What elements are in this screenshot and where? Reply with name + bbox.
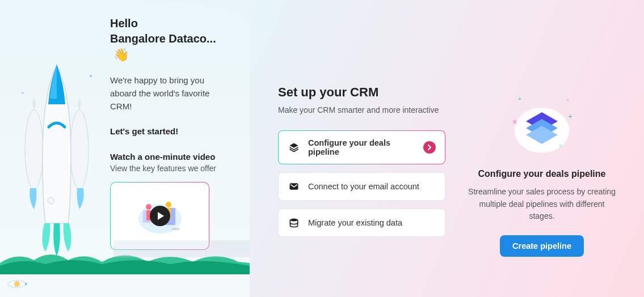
svg-point-1 [70,110,89,189]
detail-description: Streamline your sales process by creatin… [468,186,616,223]
intro-text: We're happy to bring you aboard the worl… [110,74,233,113]
setup-title: Set up your CRM [278,85,445,100]
detail-title: Configure your deals pipeline [468,169,616,179]
decoration-atom-icon [6,275,28,292]
intro-video-card[interactable]: CRM [110,182,209,250]
option-label: Configure your deals pipeline [308,138,415,156]
setup-options-list: Configure your deals pipeline Connect to… [278,130,445,237]
svg-point-8 [146,204,151,210]
svg-point-3 [90,75,92,77]
mail-icon [288,180,300,193]
svg-text:○: ○ [559,142,562,148]
svg-text:+: + [518,96,521,102]
greeting-line2: Bangalore Dataco... [110,32,216,45]
option-configure-pipeline[interactable]: Configure your deals pipeline [278,130,445,164]
setup-subtitle: Make your CRM smarter and more interacti… [278,105,445,114]
database-icon [288,217,300,229]
rocket-illustration [17,14,96,257]
layers-illustration: × + ○ ○ + [502,91,582,159]
option-connect-email[interactable]: Connect to your email account [278,172,445,201]
greeting: Hello Bangalore Dataco... 👋 [110,16,233,63]
chevron-right-icon [423,141,436,154]
svg-text:+: + [568,112,573,121]
svg-point-15 [290,219,297,222]
play-icon [150,206,170,226]
svg-point-2 [48,197,54,204]
greeting-line1: Hello [110,16,233,31]
svg-point-4 [22,92,24,94]
setup-panel: Set up your CRM Make your CRM smarter an… [250,0,644,297]
option-label: Migrate your existing data [308,218,436,227]
svg-point-23 [14,281,20,287]
get-started-heading: Let's get started! [110,126,233,136]
svg-point-0 [25,110,43,189]
option-migrate-data[interactable]: Migrate your existing data [278,209,445,237]
option-detail-panel: × + ○ ○ + Configure your deals pipeline … [468,85,616,257]
wave-icon: 👋 [113,46,129,63]
svg-point-24 [25,283,27,285]
svg-text:CRM: CRM [171,227,179,231]
svg-text:○: ○ [566,97,569,103]
svg-text:×: × [512,117,517,126]
watch-video-heading: Watch a one-minute video [110,152,233,162]
option-label: Connect to your email account [308,182,436,191]
create-pipeline-button[interactable]: Create pipeline [500,235,584,257]
svg-point-10 [166,202,171,207]
welcome-panel: Hello Bangalore Dataco... 👋 We're happy … [0,0,250,297]
watch-video-sub: View the key features we offer [110,164,233,173]
layers-icon [288,141,300,154]
